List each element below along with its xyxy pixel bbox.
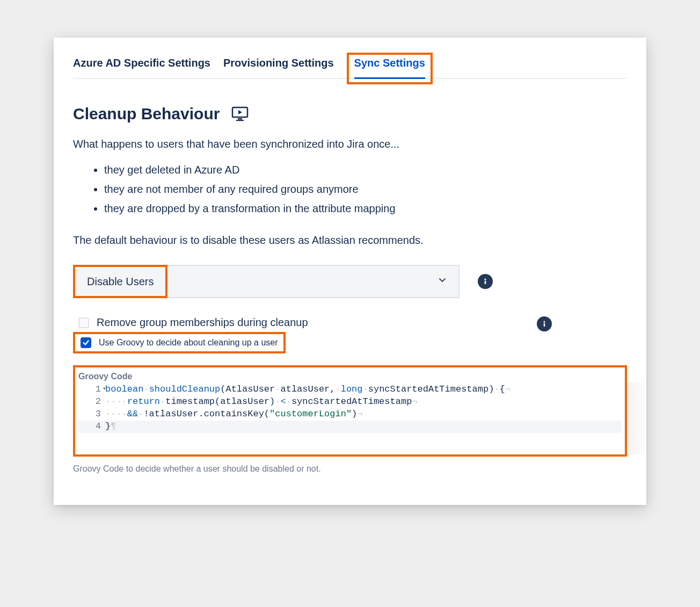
tab-provisioning[interactable]: Provisioning Settings [223,57,334,78]
select-body[interactable] [167,265,460,298]
use-groovy-checkbox[interactable] [81,337,91,348]
code-line: boolean·shouldCleanup(AtlasUser·atlasUse… [105,384,622,396]
code-lines: boolean·shouldCleanup(AtlasUser·atlasUse… [105,384,622,433]
remove-groups-row: Remove group memberships during cleanup [73,316,627,329]
line-number: 3 [78,408,105,421]
info-icon[interactable] [537,316,552,331]
highlight-box-select-label: Disable Users [73,265,167,298]
svg-point-4 [484,278,486,280]
intro-text: What happens to users that have been syn… [73,138,627,150]
highlight-box-groovy-row: Use Groovy to decide about cleaning up a… [73,332,286,353]
highlight-box-sync-tab: Sync Settings [347,53,433,84]
line-gutter: 1 2 3 4 [78,384,105,433]
use-groovy-label: Use Groovy to decide about cleaning up a… [99,338,278,348]
default-note: The default behaviour is to disable thes… [73,234,627,247]
line-number: 4 [78,421,105,433]
cleanup-action-row: Disable Users [73,265,627,298]
chevron-down-icon [438,276,447,287]
code-line: ····return·timestamp(atlasUser)·<·syncSt… [105,396,622,408]
cleanup-action-select[interactable]: Disable Users [73,265,460,298]
code-title: Groovy Code [78,372,622,381]
svg-rect-7 [544,323,545,327]
remove-groups-label: Remove group memberships during cleanup [97,316,308,329]
groovy-editor[interactable]: 1 2 3 4 boolean·shouldCleanup(AtlasUser·… [78,384,622,433]
bullet-item: they are dropped by a transformation in … [104,199,627,218]
code-help-text: Groovy Code to decide whether a user sho… [73,464,627,474]
svg-point-6 [543,321,545,322]
tab-sync-settings[interactable]: Sync Settings [354,57,425,78]
section-header: Cleanup Behaviour [73,105,627,123]
svg-rect-5 [485,281,486,285]
settings-panel: Azure AD Specific Settings Provisioning … [54,38,646,505]
bullet-item: they get deleted in Azure AD [104,160,627,179]
line-number: 1 [78,384,105,396]
tabs-bar: Azure AD Specific Settings Provisioning … [73,57,627,79]
svg-rect-2 [238,118,242,120]
svg-rect-3 [236,120,244,121]
bullet-list: they get deleted in Azure AD they are no… [104,160,627,218]
checkbox-group: Remove group memberships during cleanup … [73,316,627,353]
bullet-item: they are not member of any required grou… [104,179,627,199]
remove-groups-checkbox[interactable] [78,317,89,328]
highlight-box-groovy-editor: Groovy Code 1 2 3 4 boolean·shouldCleanu… [73,365,627,457]
section-title: Cleanup Behaviour [73,105,220,123]
info-icon[interactable] [478,274,493,289]
tab-azure-ad[interactable]: Azure AD Specific Settings [73,57,210,78]
video-tutorial-icon[interactable] [231,106,249,121]
code-line: ····&&·!atlasUser.containsKey("customerL… [105,408,622,421]
svg-marker-1 [238,110,242,114]
line-number: 2 [78,396,105,408]
code-line: }¶ [105,421,622,433]
select-label: Disable Users [87,276,154,288]
editor-shadow [627,382,647,454]
